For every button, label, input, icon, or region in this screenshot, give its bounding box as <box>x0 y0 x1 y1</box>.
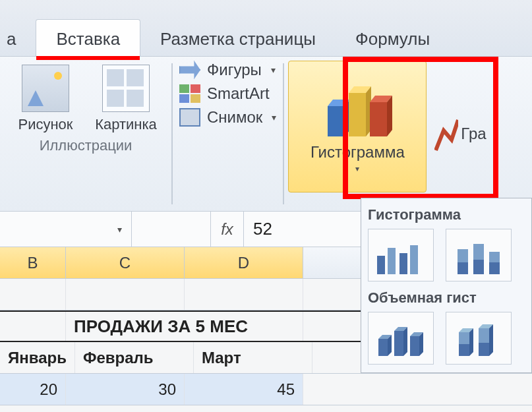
formula-input[interactable]: 52 <box>244 219 272 239</box>
svg-rect-0 <box>328 106 345 136</box>
gallery-heading-3d: Объемная гист <box>368 289 525 307</box>
group-illustrations-label: Иллюстрации <box>40 137 133 154</box>
svg-rect-32 <box>479 328 489 343</box>
tab-home-partial[interactable]: а <box>0 20 36 56</box>
group-illustrations: Рисунок Картинка Иллюстрации <box>0 57 171 211</box>
histogram-label: Гистограмма <box>310 143 405 162</box>
histogram-gallery-panel: Гистограмма Объемная гист <box>361 198 532 373</box>
table-row: 20 30 45 <box>0 374 532 405</box>
stacked-column-icon <box>452 236 505 276</box>
svg-rect-3 <box>349 93 366 136</box>
svg-rect-29 <box>459 344 469 356</box>
cell[interactable] <box>0 279 66 310</box>
picture-icon <box>22 65 69 112</box>
ribbon-tab-strip: а Вставка Разметка страницы Формулы <box>0 0 532 57</box>
histogram-icon <box>321 80 394 139</box>
svg-marker-27 <box>419 332 423 356</box>
header-january[interactable]: Январь <box>0 342 75 373</box>
tab-page-layout[interactable]: Разметка страницы <box>140 20 336 56</box>
cell-march[interactable]: 45 <box>185 374 303 405</box>
smartart-label: SmartArt <box>207 84 270 103</box>
chevron-down-icon: ▾ <box>117 224 122 235</box>
clustered-column-icon <box>374 236 427 276</box>
smartart-menu[interactable]: SmartArt <box>179 84 276 103</box>
svg-rect-11 <box>399 253 407 274</box>
svg-marker-35 <box>489 324 493 356</box>
svg-marker-24 <box>403 327 407 356</box>
clustered-column-3d-icon <box>374 319 427 359</box>
screenshot-icon <box>179 108 200 127</box>
svg-rect-12 <box>410 245 418 274</box>
shapes-column: Фигуры ▾ SmartArt Снимок ▾ <box>173 57 283 211</box>
svg-rect-10 <box>388 248 396 274</box>
header-february[interactable]: Февраль <box>75 342 194 373</box>
svg-marker-31 <box>469 328 473 356</box>
shapes-menu[interactable]: Фигуры ▾ <box>179 61 276 79</box>
svg-rect-13 <box>458 249 468 262</box>
svg-rect-33 <box>479 343 489 356</box>
cell[interactable] <box>0 312 66 341</box>
ribbon-body: Рисунок Картинка Иллюстрации Фигуры ▾ Sm… <box>0 57 532 212</box>
col-header-c[interactable]: C <box>66 247 185 278</box>
smartart-icon <box>179 84 200 103</box>
chart-type-3d-clustered-column[interactable] <box>368 312 434 365</box>
col-header-b[interactable]: B <box>0 247 66 278</box>
tab-insert[interactable]: Вставка <box>36 19 140 56</box>
insert-clipart-label: Картинка <box>95 116 157 133</box>
col-header-d[interactable]: D <box>185 247 303 278</box>
svg-rect-16 <box>473 260 484 274</box>
svg-rect-6 <box>370 102 387 136</box>
histogram-button[interactable]: Гистограмма ▾ <box>288 61 427 192</box>
svg-rect-28 <box>459 332 469 344</box>
insert-picture-button[interactable]: Рисунок <box>9 61 82 133</box>
header-march[interactable]: Март <box>194 342 312 373</box>
chart-type-stacked-column[interactable] <box>446 229 512 281</box>
insert-clipart-button[interactable]: Картинка <box>90 61 162 133</box>
svg-rect-22 <box>394 331 403 356</box>
svg-rect-14 <box>458 262 468 274</box>
insert-picture-label: Рисунок <box>18 116 73 133</box>
next-chart-label: Гра <box>461 125 486 143</box>
chart-type-3d-stacked-column[interactable] <box>446 312 512 365</box>
chart-type-clustered-column[interactable] <box>368 229 434 281</box>
screenshot-menu[interactable]: Снимок ▾ <box>179 108 276 127</box>
chevron-down-icon: ▾ <box>272 112 276 123</box>
line-chart-icon <box>434 111 458 157</box>
svg-marker-8 <box>387 96 392 136</box>
next-chart-partial[interactable]: Гра <box>430 57 486 211</box>
shapes-icon <box>179 61 200 79</box>
svg-rect-25 <box>410 336 419 356</box>
tab-formulas[interactable]: Формулы <box>336 20 450 56</box>
screenshot-label: Снимок <box>207 108 262 127</box>
clipart-icon <box>102 65 150 112</box>
sheet-title-cell[interactable]: ПРОДАЖИ ЗА 5 МЕС <box>66 312 303 341</box>
formula-bar-buttons <box>132 212 211 247</box>
cell-february[interactable]: 30 <box>66 374 185 405</box>
svg-rect-17 <box>489 252 500 262</box>
svg-rect-9 <box>377 256 385 274</box>
gallery-heading-2d: Гистограмма <box>368 206 525 223</box>
shapes-label: Фигуры <box>207 61 262 79</box>
stacked-column-3d-icon <box>452 319 505 359</box>
chevron-down-icon: ▾ <box>271 65 276 75</box>
cell[interactable] <box>66 279 185 310</box>
svg-rect-18 <box>489 262 500 274</box>
fx-icon[interactable]: fx <box>211 212 244 247</box>
cell-january[interactable]: 20 <box>0 374 66 405</box>
name-box[interactable]: ▾ <box>0 212 132 247</box>
svg-rect-19 <box>378 339 388 356</box>
chevron-down-icon: ▾ <box>355 164 359 173</box>
svg-rect-15 <box>473 244 484 260</box>
cell[interactable] <box>185 279 303 310</box>
